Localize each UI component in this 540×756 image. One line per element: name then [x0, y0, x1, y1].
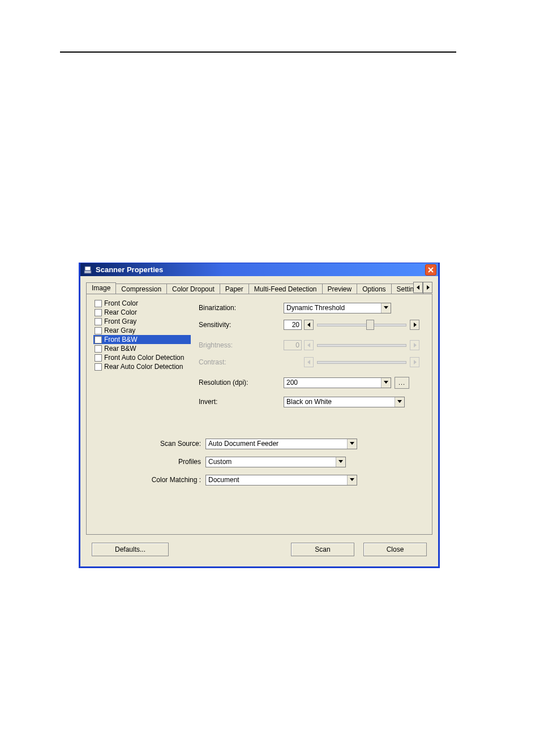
contrast-decrement: [304, 357, 314, 367]
scan-source-value: Auto Document Feeder: [206, 440, 347, 448]
chevron-down-icon: [381, 378, 391, 388]
invert-dropdown[interactable]: Black on White: [284, 397, 405, 407]
tab-options[interactable]: Options: [357, 284, 391, 294]
svg-rect-1: [85, 267, 91, 270]
scan-button[interactable]: Scan: [291, 543, 354, 556]
scanner-properties-dialog: Scanner Properties Image Compression Col…: [79, 263, 439, 568]
profiles-label: Profiles: [93, 458, 205, 466]
check-front-gray[interactable]: Front Gray: [93, 317, 191, 326]
slider-thumb[interactable]: [366, 320, 374, 330]
invert-label: Invert:: [199, 398, 284, 406]
profiles-value: Custom: [206, 458, 336, 466]
scan-source-label: Scan Source:: [93, 440, 205, 448]
tab-compression[interactable]: Compression: [115, 284, 167, 294]
close-button[interactable]: Close: [363, 543, 427, 556]
contrast-increment: [410, 357, 419, 367]
check-label: Front Gray: [104, 317, 136, 326]
color-matching-label: Color Matching :: [93, 476, 205, 484]
titlebar[interactable]: Scanner Properties: [80, 263, 438, 276]
check-label: Front Color: [104, 299, 138, 308]
check-label: Rear B&W: [104, 344, 136, 353]
check-rear-bw[interactable]: Rear B&W: [93, 344, 191, 353]
check-label: Rear Color: [104, 308, 137, 317]
contrast-label: Contrast:: [199, 358, 284, 366]
brightness-value: 0: [284, 340, 302, 350]
image-selection-list: Front Color Rear Color Front Gray Rear G…: [93, 299, 191, 376]
sensitivity-slider[interactable]: [316, 320, 408, 330]
chevron-down-icon: [347, 475, 357, 485]
check-label: Front Auto Color Detection: [104, 353, 184, 362]
svg-rect-0: [84, 270, 91, 273]
chevron-down-icon: [347, 439, 357, 449]
check-rear-auto-color[interactable]: Rear Auto Color Detection: [93, 362, 191, 371]
binarization-value: Dynamic Threshold: [284, 304, 381, 312]
tab-color-dropout[interactable]: Color Dropout: [166, 284, 220, 294]
tab-page-image: Front Color Rear Color Front Gray Rear G…: [86, 294, 432, 535]
binarization-label: Binarization:: [199, 304, 284, 312]
sensitivity-decrement[interactable]: [304, 320, 314, 330]
color-matching-dropdown[interactable]: Document: [205, 475, 357, 486]
color-matching-value: Document: [206, 476, 347, 484]
scan-source-dropdown[interactable]: Auto Document Feeder: [205, 439, 357, 449]
check-label: Rear Auto Color Detection: [104, 362, 183, 371]
contrast-slider: [316, 357, 408, 367]
chevron-down-icon: [381, 303, 391, 313]
profiles-dropdown[interactable]: Custom: [205, 457, 346, 467]
check-label: Rear Gray: [104, 326, 135, 335]
tab-scroll-left-icon[interactable]: [413, 282, 423, 293]
binarization-dropdown[interactable]: Dynamic Threshold: [284, 303, 391, 313]
contrast-value: [284, 357, 302, 367]
window-title: Scanner Properties: [96, 265, 163, 274]
check-front-auto-color[interactable]: Front Auto Color Detection: [93, 353, 191, 362]
check-front-color[interactable]: Front Color: [93, 299, 191, 308]
defaults-button[interactable]: Defaults...: [92, 543, 169, 556]
resolution-dropdown[interactable]: 200: [284, 377, 391, 388]
brightness-decrement: [304, 340, 314, 350]
chevron-down-icon: [336, 457, 345, 467]
invert-value: Black on White: [284, 398, 395, 406]
sensitivity-label: Sensitivity:: [199, 321, 284, 329]
page-divider: [60, 51, 456, 53]
sensitivity-increment[interactable]: [410, 320, 419, 330]
check-rear-gray[interactable]: Rear Gray: [93, 326, 191, 335]
sensitivity-value[interactable]: 20: [284, 320, 302, 330]
check-rear-color[interactable]: Rear Color: [93, 308, 191, 317]
resolution-more-button[interactable]: ...: [395, 377, 409, 389]
tabstrip: Image Compression Color Dropout Paper Mu…: [86, 282, 432, 294]
tab-image[interactable]: Image: [86, 282, 116, 294]
brightness-label: Brightness:: [199, 341, 284, 349]
check-label: Front B&W: [104, 335, 138, 344]
close-icon[interactable]: [425, 264, 436, 276]
resolution-label: Resolution (dpi):: [199, 379, 284, 386]
tab-preview[interactable]: Preview: [322, 284, 358, 294]
check-front-bw[interactable]: Front B&W: [93, 335, 191, 344]
tab-scroll-right-icon[interactable]: [423, 282, 432, 293]
brightness-increment: [410, 340, 419, 350]
tab-multi-feed[interactable]: Multi-Feed Detection: [248, 284, 323, 294]
chevron-down-icon: [395, 397, 404, 407]
resolution-value: 200: [284, 379, 381, 386]
tab-paper[interactable]: Paper: [220, 284, 249, 294]
brightness-slider: [316, 340, 408, 350]
scanner-icon: [83, 265, 92, 274]
